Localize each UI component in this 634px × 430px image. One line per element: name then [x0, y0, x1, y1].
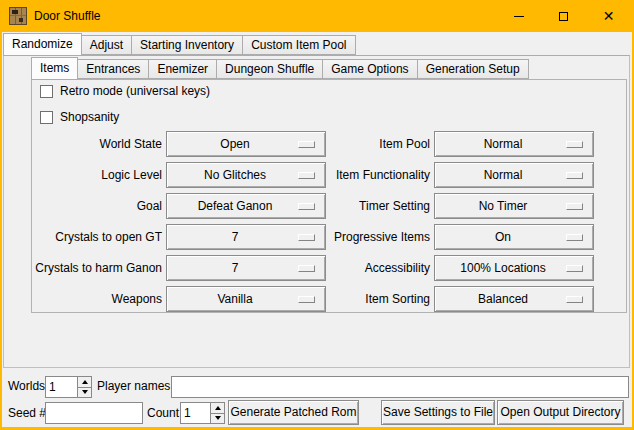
progressive-items-dropdown[interactable]: On: [434, 224, 594, 250]
seed-label: Seed #: [8, 402, 46, 424]
arrow-up-icon: [82, 380, 88, 384]
retro-mode-row: Retro mode (universal keys): [40, 84, 210, 98]
tab-items[interactable]: Items: [31, 57, 78, 80]
tab-enemizer[interactable]: Enemizer: [148, 59, 217, 79]
dropdown-indicator-icon: [566, 172, 583, 179]
tab-randomize[interactable]: Randomize: [3, 33, 82, 56]
timer-setting-dropdown[interactable]: No Timer: [434, 193, 594, 219]
retro-mode-checkbox[interactable]: [40, 85, 53, 98]
worlds-label: Worlds: [8, 375, 45, 397]
progressive-items-label: Progressive Items: [314, 224, 430, 250]
arrow-up-icon: [215, 406, 221, 410]
shopsanity-checkbox[interactable]: [40, 111, 53, 124]
crystals-open-gt-label: Crystals to open GT: [28, 224, 162, 250]
arrow-down-icon: [82, 390, 88, 394]
player-names-input[interactable]: [171, 376, 629, 398]
item-functionality-label: Item Functionality: [314, 162, 430, 188]
accessibility-label: Accessibility: [314, 255, 430, 281]
worlds-spinner-buttons: [77, 377, 91, 397]
app-window: Door Shuffle ✕ Randomize Adjust Starting…: [0, 0, 634, 430]
minimize-icon: [514, 16, 524, 17]
spinner-up-button[interactable]: [211, 403, 224, 413]
shopsanity-row: Shopsanity: [40, 110, 119, 124]
tab-dungeon-shuffle[interactable]: Dungeon Shuffle: [216, 59, 323, 79]
worlds-spinner: [45, 376, 92, 398]
tab-starting-inventory[interactable]: Starting Inventory: [131, 35, 243, 55]
dropdown-indicator-icon: [298, 234, 315, 241]
retro-mode-label: Retro mode (universal keys): [60, 84, 210, 98]
dropdown-indicator-icon: [298, 203, 315, 210]
goal-dropdown[interactable]: Defeat Ganon: [166, 193, 326, 219]
count-spinner: [180, 402, 225, 424]
dropdown-indicator-icon: [566, 234, 583, 241]
timer-setting-label: Timer Setting: [314, 193, 430, 219]
accessibility-dropdown[interactable]: 100% Locations: [434, 255, 594, 281]
item-sorting-label: Item Sorting: [314, 286, 430, 312]
spinner-down-button[interactable]: [78, 387, 91, 398]
weapons-label: Weapons: [28, 286, 162, 312]
goal-label: Goal: [28, 193, 162, 219]
item-sorting-dropdown[interactable]: Balanced: [434, 286, 594, 312]
dropdown-indicator-icon: [566, 141, 583, 148]
generate-patched-rom-button[interactable]: Generate Patched Rom: [228, 400, 359, 425]
open-output-directory-button[interactable]: Open Output Directory: [497, 400, 624, 425]
minimize-button[interactable]: [496, 0, 541, 32]
seed-input[interactable]: [45, 402, 143, 424]
close-button[interactable]: ✕: [586, 0, 631, 32]
count-label: Count: [147, 402, 179, 424]
main-tab-bar: Randomize Adjust Starting Inventory Cust…: [3, 33, 356, 56]
world-state-label: World State: [28, 131, 162, 157]
spinner-up-button[interactable]: [78, 377, 91, 387]
title-bar[interactable]: Door Shuffle ✕: [0, 0, 634, 32]
count-spinner-buttons: [210, 403, 224, 423]
shopsanity-label: Shopsanity: [60, 110, 119, 124]
logic-level-label: Logic Level: [28, 162, 162, 188]
sub-tab-bar: Items Entrances Enemizer Dungeon Shuffle…: [31, 57, 529, 80]
worlds-input[interactable]: [46, 377, 77, 397]
arrow-down-icon: [215, 416, 221, 420]
dropdown-indicator-icon: [298, 265, 315, 272]
maximize-icon: [559, 12, 568, 21]
dropdown-indicator-icon: [566, 265, 583, 272]
close-icon: ✕: [603, 9, 615, 23]
tab-generation-setup[interactable]: Generation Setup: [417, 59, 529, 79]
save-settings-button[interactable]: Save Settings to File: [381, 400, 495, 425]
dropdown-indicator-icon: [298, 141, 315, 148]
crystals-harm-ganon-label: Crystals to harm Ganon: [28, 255, 162, 281]
dropdown-indicator-icon: [298, 172, 315, 179]
maximize-button[interactable]: [541, 0, 586, 32]
tab-custom-item-pool[interactable]: Custom Item Pool: [242, 35, 355, 55]
dropdown-indicator-icon: [566, 296, 583, 303]
player-names-label: Player names: [97, 375, 170, 397]
window-title: Door Shuffle: [34, 0, 101, 32]
item-functionality-dropdown[interactable]: Normal: [434, 162, 594, 188]
count-input[interactable]: [181, 403, 210, 423]
crystals-harm-ganon-dropdown[interactable]: 7: [166, 255, 326, 281]
crystals-open-gt-dropdown[interactable]: 7: [166, 224, 326, 250]
spinner-down-button[interactable]: [211, 413, 224, 424]
dropdown-indicator-icon: [566, 203, 583, 210]
tab-game-options[interactable]: Game Options: [322, 59, 417, 79]
dropdown-indicator-icon: [298, 296, 315, 303]
item-pool-dropdown[interactable]: Normal: [434, 131, 594, 157]
tab-adjust[interactable]: Adjust: [81, 35, 132, 55]
logic-level-dropdown[interactable]: No Glitches: [166, 162, 326, 188]
world-state-dropdown[interactable]: Open: [166, 131, 326, 157]
app-icon: [9, 7, 27, 25]
item-pool-label: Item Pool: [314, 131, 430, 157]
weapons-dropdown[interactable]: Vanilla: [166, 286, 326, 312]
tab-entrances[interactable]: Entrances: [77, 59, 149, 79]
